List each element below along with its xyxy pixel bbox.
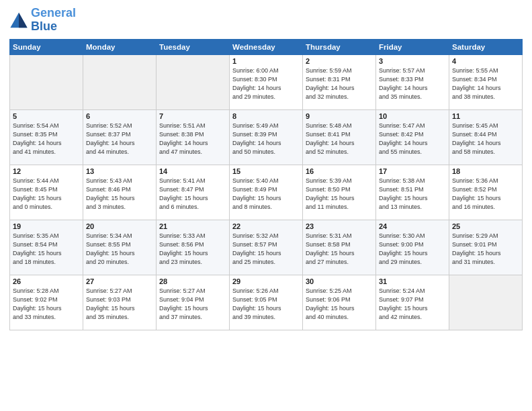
day-number: 28 bbox=[159, 277, 226, 285]
calendar-body: 1Sunrise: 6:00 AM Sunset: 8:30 PM Daylig… bbox=[10, 54, 523, 330]
calendar-cell: 8Sunrise: 5:49 AM Sunset: 8:39 PM Daylig… bbox=[230, 109, 303, 165]
svg-marker-1 bbox=[19, 13, 28, 28]
calendar-cell: 31Sunrise: 5:24 AM Sunset: 9:07 PM Dayli… bbox=[376, 275, 449, 330]
day-number: 25 bbox=[452, 222, 519, 230]
calendar-cell bbox=[10, 54, 83, 109]
day-number: 8 bbox=[232, 112, 300, 120]
calendar-cell: 24Sunrise: 5:30 AM Sunset: 9:00 PM Dayli… bbox=[376, 220, 449, 275]
day-info: Sunrise: 5:33 AM Sunset: 8:56 PM Dayligh… bbox=[159, 232, 226, 267]
day-info: Sunrise: 5:26 AM Sunset: 9:05 PM Dayligh… bbox=[232, 287, 300, 322]
day-info: Sunrise: 5:24 AM Sunset: 9:07 PM Dayligh… bbox=[379, 287, 446, 322]
day-info: Sunrise: 5:25 AM Sunset: 9:06 PM Dayligh… bbox=[306, 287, 373, 322]
day-info: Sunrise: 5:27 AM Sunset: 9:04 PM Dayligh… bbox=[159, 287, 226, 322]
day-number: 16 bbox=[306, 167, 373, 175]
day-info: Sunrise: 5:54 AM Sunset: 8:35 PM Dayligh… bbox=[13, 122, 80, 156]
weekday-header: Friday bbox=[376, 39, 449, 54]
day-info: Sunrise: 5:49 AM Sunset: 8:39 PM Dayligh… bbox=[232, 122, 300, 156]
day-number: 1 bbox=[232, 57, 300, 65]
day-number: 24 bbox=[379, 222, 446, 230]
calendar-cell: 27Sunrise: 5:27 AM Sunset: 9:03 PM Dayli… bbox=[83, 275, 157, 330]
day-number: 23 bbox=[306, 222, 373, 230]
day-number: 15 bbox=[232, 167, 300, 175]
calendar-week-row: 19Sunrise: 5:35 AM Sunset: 8:54 PM Dayli… bbox=[10, 220, 523, 275]
day-info: Sunrise: 5:28 AM Sunset: 9:02 PM Dayligh… bbox=[13, 287, 80, 322]
calendar-cell bbox=[449, 275, 523, 330]
calendar-cell: 9Sunrise: 5:48 AM Sunset: 8:41 PM Daylig… bbox=[303, 109, 376, 165]
day-info: Sunrise: 5:27 AM Sunset: 9:03 PM Dayligh… bbox=[86, 287, 153, 322]
day-info: Sunrise: 6:00 AM Sunset: 8:30 PM Dayligh… bbox=[232, 66, 300, 101]
day-info: Sunrise: 5:34 AM Sunset: 8:55 PM Dayligh… bbox=[86, 232, 153, 267]
calendar-cell: 21Sunrise: 5:33 AM Sunset: 8:56 PM Dayli… bbox=[157, 220, 230, 275]
calendar-cell: 18Sunrise: 5:36 AM Sunset: 8:52 PM Dayli… bbox=[449, 165, 523, 220]
day-info: Sunrise: 5:40 AM Sunset: 8:49 PM Dayligh… bbox=[232, 177, 300, 212]
day-info: Sunrise: 5:48 AM Sunset: 8:41 PM Dayligh… bbox=[306, 122, 373, 156]
header: GeneralBlue bbox=[9, 7, 523, 34]
calendar-cell: 25Sunrise: 5:29 AM Sunset: 9:01 PM Dayli… bbox=[449, 220, 523, 275]
day-info: Sunrise: 5:29 AM Sunset: 9:01 PM Dayligh… bbox=[452, 232, 519, 267]
day-number: 27 bbox=[86, 277, 153, 285]
day-info: Sunrise: 5:55 AM Sunset: 8:34 PM Dayligh… bbox=[452, 66, 519, 101]
day-info: Sunrise: 5:57 AM Sunset: 8:33 PM Dayligh… bbox=[379, 66, 446, 101]
calendar-cell: 14Sunrise: 5:41 AM Sunset: 8:47 PM Dayli… bbox=[157, 165, 230, 220]
weekday-header: Sunday bbox=[10, 39, 83, 54]
day-number: 2 bbox=[306, 57, 373, 65]
day-number: 19 bbox=[13, 222, 80, 230]
day-number: 7 bbox=[159, 112, 226, 120]
day-number: 10 bbox=[379, 112, 446, 120]
day-number: 20 bbox=[86, 222, 153, 230]
calendar-cell: 3Sunrise: 5:57 AM Sunset: 8:33 PM Daylig… bbox=[376, 54, 449, 109]
calendar-cell: 4Sunrise: 5:55 AM Sunset: 8:34 PM Daylig… bbox=[449, 54, 523, 109]
day-number: 31 bbox=[379, 277, 446, 285]
day-number: 6 bbox=[86, 112, 153, 120]
weekday-header: Monday bbox=[83, 39, 157, 54]
calendar-cell: 23Sunrise: 5:31 AM Sunset: 8:58 PM Dayli… bbox=[303, 220, 376, 275]
day-number: 29 bbox=[232, 277, 300, 285]
day-info: Sunrise: 5:31 AM Sunset: 8:58 PM Dayligh… bbox=[306, 232, 373, 267]
calendar-cell: 5Sunrise: 5:54 AM Sunset: 8:35 PM Daylig… bbox=[10, 109, 83, 165]
calendar-cell: 16Sunrise: 5:39 AM Sunset: 8:50 PM Dayli… bbox=[303, 165, 376, 220]
day-info: Sunrise: 5:52 AM Sunset: 8:37 PM Dayligh… bbox=[86, 122, 153, 156]
day-number: 30 bbox=[306, 277, 373, 285]
calendar-week-row: 1Sunrise: 6:00 AM Sunset: 8:30 PM Daylig… bbox=[10, 54, 523, 109]
day-number: 9 bbox=[306, 112, 373, 120]
day-info: Sunrise: 5:39 AM Sunset: 8:50 PM Dayligh… bbox=[306, 177, 373, 212]
logo: GeneralBlue bbox=[9, 7, 76, 34]
day-number: 3 bbox=[379, 57, 446, 65]
calendar-cell: 10Sunrise: 5:47 AM Sunset: 8:42 PM Dayli… bbox=[376, 109, 449, 165]
day-number: 5 bbox=[13, 112, 80, 120]
day-number: 13 bbox=[86, 167, 153, 175]
weekday-header: Tuesday bbox=[157, 39, 230, 54]
day-number: 21 bbox=[159, 222, 226, 230]
day-info: Sunrise: 5:32 AM Sunset: 8:57 PM Dayligh… bbox=[232, 232, 300, 267]
calendar-cell: 26Sunrise: 5:28 AM Sunset: 9:02 PM Dayli… bbox=[10, 275, 83, 330]
calendar-cell: 19Sunrise: 5:35 AM Sunset: 8:54 PM Dayli… bbox=[10, 220, 83, 275]
day-number: 26 bbox=[13, 277, 80, 285]
day-info: Sunrise: 5:41 AM Sunset: 8:47 PM Dayligh… bbox=[159, 177, 226, 212]
calendar-cell: 2Sunrise: 5:59 AM Sunset: 8:31 PM Daylig… bbox=[303, 54, 376, 109]
day-number: 18 bbox=[452, 167, 519, 175]
day-info: Sunrise: 5:44 AM Sunset: 8:45 PM Dayligh… bbox=[13, 177, 80, 212]
calendar-cell: 30Sunrise: 5:25 AM Sunset: 9:06 PM Dayli… bbox=[303, 275, 376, 330]
calendar-cell: 7Sunrise: 5:51 AM Sunset: 8:38 PM Daylig… bbox=[157, 109, 230, 165]
calendar-table: SundayMondayTuesdayWednesdayThursdayFrid… bbox=[9, 39, 523, 330]
day-info: Sunrise: 5:30 AM Sunset: 9:00 PM Dayligh… bbox=[379, 232, 446, 267]
day-info: Sunrise: 5:59 AM Sunset: 8:31 PM Dayligh… bbox=[306, 66, 373, 101]
weekday-header: Wednesday bbox=[230, 39, 303, 54]
calendar-week-row: 5Sunrise: 5:54 AM Sunset: 8:35 PM Daylig… bbox=[10, 109, 523, 165]
calendar-cell bbox=[157, 54, 230, 109]
calendar-cell: 22Sunrise: 5:32 AM Sunset: 8:57 PM Dayli… bbox=[230, 220, 303, 275]
day-number: 14 bbox=[159, 167, 226, 175]
logo-icon bbox=[9, 11, 28, 30]
calendar-cell: 1Sunrise: 6:00 AM Sunset: 8:30 PM Daylig… bbox=[230, 54, 303, 109]
calendar-cell: 13Sunrise: 5:43 AM Sunset: 8:46 PM Dayli… bbox=[83, 165, 157, 220]
calendar-cell: 20Sunrise: 5:34 AM Sunset: 8:55 PM Dayli… bbox=[83, 220, 157, 275]
calendar-cell: 29Sunrise: 5:26 AM Sunset: 9:05 PM Dayli… bbox=[230, 275, 303, 330]
day-number: 11 bbox=[452, 112, 519, 120]
logo-text: GeneralBlue bbox=[31, 7, 76, 34]
calendar-cell: 12Sunrise: 5:44 AM Sunset: 8:45 PM Dayli… bbox=[10, 165, 83, 220]
calendar-cell: 6Sunrise: 5:52 AM Sunset: 8:37 PM Daylig… bbox=[83, 109, 157, 165]
day-number: 4 bbox=[452, 57, 519, 65]
calendar-week-row: 12Sunrise: 5:44 AM Sunset: 8:45 PM Dayli… bbox=[10, 165, 523, 220]
day-info: Sunrise: 5:51 AM Sunset: 8:38 PM Dayligh… bbox=[159, 122, 226, 156]
day-info: Sunrise: 5:36 AM Sunset: 8:52 PM Dayligh… bbox=[452, 177, 519, 212]
